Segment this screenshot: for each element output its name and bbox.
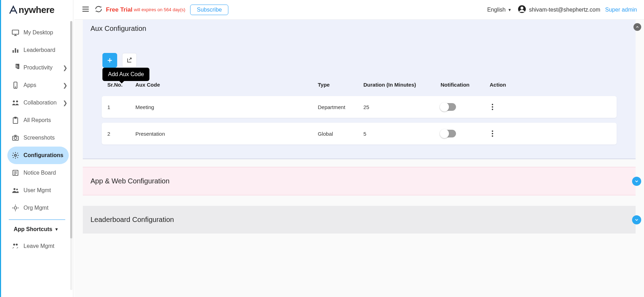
add-aux-code-button[interactable] — [102, 53, 117, 68]
logo-text: nywhere — [19, 5, 54, 15]
notification-toggle[interactable] — [441, 103, 456, 111]
panel-title-aux: Aux Configuration — [90, 25, 628, 33]
sidebar-item-label: Leaderboard — [24, 47, 55, 53]
sidebar-item-apps[interactable]: Apps ❯ — [1, 76, 73, 94]
org-icon — [12, 204, 19, 212]
menu-button[interactable] — [81, 5, 90, 15]
svg-point-20 — [521, 7, 523, 9]
sidebar-item-screenshots[interactable]: Screenshots — [1, 129, 73, 147]
svg-rect-0 — [12, 30, 19, 34]
user-role: Super admin — [605, 7, 637, 13]
svg-point-7 — [16, 101, 18, 103]
cell-code: Meeting — [135, 104, 318, 110]
sidebar-item-label: Configurations — [24, 152, 63, 158]
col-notification: Notification — [441, 82, 490, 88]
chevron-right-icon: ❯ — [63, 65, 67, 71]
sidebar-item-org-mgmt[interactable]: Org Mgmt — [1, 199, 73, 217]
tooltip-add-aux: Add Aux Code — [102, 68, 149, 81]
scrollbar-thumb[interactable] — [70, 21, 72, 238]
svg-point-17 — [13, 244, 15, 246]
panel-title-app-web: App & Web Configuration — [90, 177, 628, 185]
subscribe-button[interactable]: Subscribe — [190, 5, 228, 15]
notice-board-icon — [12, 169, 19, 177]
user-menu[interactable]: shivam-test@shephertz.com Super admin — [518, 5, 637, 15]
pie-chart-icon — [12, 64, 19, 72]
app-web-configuration-panel[interactable]: App & Web Configuration — [83, 167, 636, 195]
camera-icon — [12, 134, 19, 142]
table-row: 1 Meeting Department 25 — [102, 96, 617, 118]
user-avatar-icon — [518, 5, 526, 15]
sidebar-item-label: Leave Mgmt — [24, 243, 54, 249]
chevron-right-icon: ❯ — [63, 100, 67, 106]
collapse-button[interactable] — [633, 23, 641, 31]
sidebar-item-label: Collaboration — [24, 100, 56, 106]
nav-list: My Desktop Leaderboard Productivity ❯ Ap… — [1, 20, 73, 255]
svg-point-15 — [16, 189, 18, 190]
svg-rect-3 — [17, 49, 19, 53]
svg-point-5 — [15, 87, 16, 88]
import-button[interactable] — [122, 53, 137, 68]
sidebar: nywhere My Desktop Leaderboard Productiv… — [1, 0, 73, 297]
cell-duration: 5 — [363, 131, 441, 137]
chevron-down-icon: ▼ — [54, 227, 59, 232]
col-duration: Duration (In Minutes) — [363, 82, 441, 88]
svg-point-12 — [14, 154, 16, 156]
cell-srno: 2 — [107, 131, 135, 137]
phone-icon — [12, 81, 19, 89]
svg-point-6 — [13, 101, 15, 103]
expand-button[interactable] — [632, 215, 641, 224]
svg-point-16 — [14, 207, 16, 209]
row-action-menu[interactable] — [490, 130, 495, 137]
cell-code: Presentation — [135, 131, 318, 137]
sidebar-item-productivity[interactable]: Productivity ❯ — [1, 59, 73, 76]
svg-rect-1 — [13, 50, 14, 53]
logo: nywhere — [1, 0, 73, 20]
cell-type: Global — [318, 131, 363, 137]
desktop-icon — [12, 29, 19, 36]
main-content: Aux Configuration Add Aux Code Sr.No. Au… — [74, 20, 644, 297]
svg-rect-9 — [14, 117, 16, 119]
col-action: Action — [490, 82, 518, 88]
svg-point-14 — [14, 188, 16, 190]
refresh-button[interactable] — [95, 5, 102, 14]
sidebar-item-label: User Mgmt — [24, 187, 51, 194]
sidebar-item-configurations[interactable]: Configurations — [7, 147, 69, 164]
leaderboard-configuration-panel[interactable]: Leaderboard Configuration — [83, 206, 636, 234]
chevron-down-icon: ▼ — [508, 8, 511, 12]
row-action-menu[interactable] — [490, 104, 495, 110]
cell-srno: 1 — [107, 104, 135, 110]
free-trial-label: Free Trial — [106, 6, 133, 13]
sidebar-item-leaderboard[interactable]: Leaderboard — [1, 41, 73, 59]
expand-button[interactable] — [632, 177, 641, 186]
app-shortcuts-header[interactable]: App Shortcuts ▼ — [1, 220, 73, 237]
leaderboard-icon — [12, 46, 19, 54]
user-email: shivam-test@shephertz.com — [529, 7, 600, 13]
chevron-right-icon: ❯ — [63, 82, 67, 89]
sidebar-item-all-reports[interactable]: All Reports — [1, 112, 73, 129]
svg-rect-2 — [15, 48, 16, 53]
language-selector[interactable]: English ▼ — [487, 7, 511, 13]
svg-point-18 — [16, 244, 18, 246]
sidebar-item-label: Notice Board — [24, 170, 56, 176]
col-aux-code: Aux Code — [135, 82, 318, 88]
topbar: Free Trial will expires on 564 day(s) Su… — [74, 0, 644, 20]
notification-toggle[interactable] — [441, 130, 456, 137]
sidebar-item-user-mgmt[interactable]: User Mgmt — [1, 182, 73, 199]
sidebar-item-label: Productivity — [24, 65, 53, 71]
sidebar-item-notice-board[interactable]: Notice Board — [1, 164, 73, 182]
gear-icon — [12, 151, 19, 159]
sidebar-item-leave-mgmt[interactable]: Leave Mgmt — [1, 237, 73, 255]
logo-icon — [9, 5, 18, 14]
leave-icon — [12, 242, 19, 250]
col-type: Type — [318, 82, 363, 88]
svg-point-11 — [14, 137, 16, 139]
cell-type: Department — [318, 104, 363, 110]
table-header: Sr.No. Aux Code Type Duration (In Minute… — [102, 78, 617, 91]
trial-expiry: will expires on 564 day(s) — [134, 7, 186, 12]
sidebar-item-label: My Desktop — [24, 29, 53, 36]
clipboard-icon — [12, 116, 19, 124]
language-label: English — [487, 7, 505, 13]
sidebar-item-my-desktop[interactable]: My Desktop — [1, 24, 73, 41]
sidebar-item-collaboration[interactable]: Collaboration ❯ — [1, 94, 73, 112]
sidebar-item-label: Org Mgmt — [24, 205, 48, 211]
